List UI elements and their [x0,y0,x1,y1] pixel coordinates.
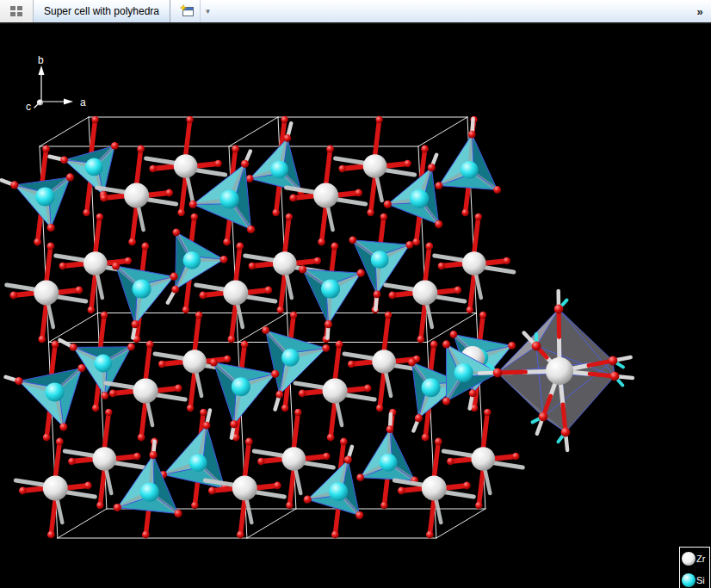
caret-down-icon: ▼ [205,8,212,15]
element-legend: ZrSiO [679,547,710,588]
axis-label-b: b [38,54,44,66]
pictures-overview-button[interactable] [0,0,34,22]
legend-label: Zr [696,554,705,564]
new-picture-dropdown[interactable]: ▼ [200,0,215,22]
axis-label-a: a [80,96,86,108]
tab-bar: Super cell with polyhedra ▼ » [0,0,711,24]
overflow-button[interactable]: » [689,0,711,22]
crystal-structure [2,116,523,539]
tab-bar-spacer [215,0,689,22]
new-picture-icon [180,4,195,18]
grid-icon [10,6,22,16]
axis-triad: b a c [26,54,86,113]
tab-label: Super cell with polyhedra [44,5,159,17]
legend-sphere-icon [682,552,696,566]
structure-canvas[interactable]: b a c [0,24,711,588]
chevron-right-icon: » [696,5,702,18]
axis-label-c: c [26,101,31,113]
legend-sphere-icon [682,573,696,587]
tab-super-cell-with-polyhedra[interactable]: Super cell with polyhedra [34,0,170,22]
legend-item: Zr [680,548,709,569]
new-picture-button[interactable] [174,0,200,22]
isolated-polyhedron [479,291,633,450]
legend-item: Si [680,570,709,588]
legend-label: Si [696,575,705,585]
